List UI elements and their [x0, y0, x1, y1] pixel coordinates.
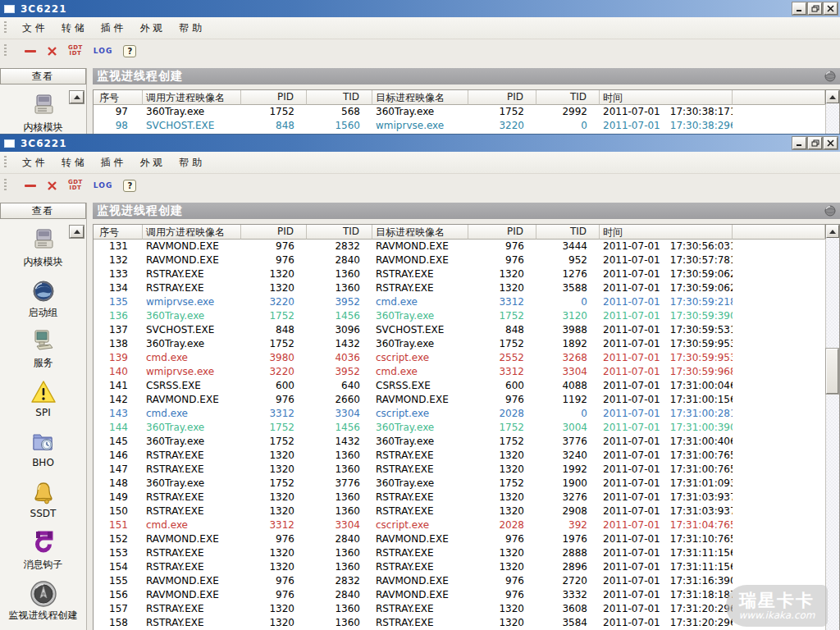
- table-row[interactable]: 154RSTRAY.EXE13201360RSTRAY.EXE132028962…: [94, 560, 825, 574]
- sidebar-item-warning[interactable]: SPI: [30, 378, 57, 429]
- vertical-scrollbar[interactable]: [825, 90, 839, 134]
- sidebar-item-folder[interactable]: BHO: [30, 428, 57, 479]
- scroll-up-button[interactable]: [826, 90, 839, 103]
- close-button[interactable]: [824, 2, 838, 15]
- column-header-target-tid[interactable]: TID: [536, 90, 600, 105]
- sidebar-item-bell[interactable]: SSDT: [30, 479, 57, 530]
- close-button[interactable]: [824, 137, 838, 149]
- delete-tool-button[interactable]: [47, 46, 57, 57]
- table-row[interactable]: 145360Tray.exe17521432360Tray.exe1752377…: [94, 435, 825, 449]
- sidebar-scroll-up-button[interactable]: [70, 91, 84, 103]
- column-header-seq[interactable]: 序号: [94, 225, 143, 240]
- column-header-target-image[interactable]: 目标进程映像名: [372, 225, 468, 240]
- table-row[interactable]: 156RAVMOND.EXE9762840RAVMOND.EXE97633322…: [94, 588, 825, 602]
- column-header-caller-pid[interactable]: PID: [241, 90, 307, 105]
- sidebar-item-globe[interactable]: 启动组: [29, 277, 58, 328]
- log-tool-button[interactable]: LOG: [94, 47, 112, 55]
- table-row[interactable]: 151cmd.exe33123304cscript.exe20283922011…: [94, 518, 825, 532]
- menu-item[interactable]: 文 件: [14, 19, 53, 38]
- table-row[interactable]: 140wmiprvse.exe32203952cmd.exe3312330420…: [94, 365, 825, 379]
- column-header-caller-image[interactable]: 调用方进程映像名: [143, 90, 241, 105]
- log-tool-button[interactable]: LOG: [94, 181, 112, 189]
- column-header-time[interactable]: 时间: [600, 90, 733, 105]
- vertical-scrollbar[interactable]: [825, 225, 839, 630]
- table-row[interactable]: 147RSTRAY.EXE13201360RSTRAY.EXE132019922…: [94, 463, 825, 477]
- globe-badge-icon[interactable]: [824, 71, 836, 82]
- globe-badge-icon[interactable]: [824, 205, 836, 217]
- column-header-caller-pid[interactable]: PID: [241, 225, 307, 240]
- sidebar-item-drive[interactable]: 内核模块: [24, 226, 63, 277]
- column-header-target-pid[interactable]: PID: [468, 225, 536, 240]
- sidebar-item-drive[interactable]: 内核模块: [24, 92, 63, 134]
- table-row[interactable]: 158RSTRAY.EXE13201360RSTRAY.EXE132035842…: [94, 616, 825, 630]
- table-row[interactable]: 138360Tray.exe17521432360Tray.exe1752189…: [94, 337, 825, 351]
- help-tool-button[interactable]: ?: [123, 180, 136, 192]
- remove-tool-button[interactable]: [25, 185, 36, 187]
- table-row[interactable]: 97360Tray.exe1752568360Tray.exe175229922…: [94, 105, 825, 119]
- table-row[interactable]: 148360Tray.exe17523776360Tray.exe1752190…: [94, 477, 825, 491]
- column-header-caller-tid[interactable]: TID: [307, 225, 372, 240]
- column-header-seq[interactable]: 序号: [94, 90, 143, 105]
- column-header-target-pid[interactable]: PID: [468, 90, 536, 105]
- grip-handle[interactable]: [4, 21, 7, 34]
- scrollbar-track[interactable]: [826, 238, 839, 630]
- table-row[interactable]: 131RAVMOND.EXE9762832RAVMOND.EXE97634442…: [94, 240, 825, 253]
- table-row[interactable]: 143cmd.exe33123304cscript.exe202802011-0…: [94, 407, 825, 421]
- table-row[interactable]: 149RSTRAY.EXE13201360RSTRAY.EXE132032762…: [94, 491, 825, 504]
- sidebar-item-compass[interactable]: 监视进线程创建: [9, 580, 78, 630]
- grip-handle[interactable]: [4, 44, 7, 57]
- gdt-idt-tool-button[interactable]: GDTIDT: [68, 45, 83, 57]
- window-front[interactable]: 3C6221 文 件转 储插 件外 观帮 助 GDTIDT LOG ? 查看 内…: [0, 134, 840, 630]
- grip-handle[interactable]: [4, 179, 7, 192]
- column-header-target-image[interactable]: 目标进程映像名: [372, 90, 468, 105]
- scroll-up-button[interactable]: [826, 225, 839, 238]
- view-button[interactable]: 查看: [0, 203, 86, 219]
- sidebar-item-computer[interactable]: 服务: [30, 327, 57, 378]
- scrollbar-track[interactable]: [826, 103, 839, 134]
- table-row[interactable]: 144360Tray.exe17521456360Tray.exe1752300…: [94, 421, 825, 435]
- title-bar[interactable]: 3C6221: [0, 0, 840, 17]
- minimize-button[interactable]: [792, 137, 806, 149]
- table-row[interactable]: 141CSRSS.EXE600640CSRSS.EXE60040882011-0…: [94, 379, 825, 393]
- grip-handle[interactable]: [4, 156, 7, 169]
- table-row[interactable]: 155RAVMOND.EXE9762832RAVMOND.EXE97627202…: [94, 574, 825, 588]
- column-header-target-tid[interactable]: TID: [536, 225, 600, 240]
- menu-item[interactable]: 帮 助: [171, 153, 210, 172]
- menu-item[interactable]: 插 件: [93, 19, 132, 38]
- menu-item[interactable]: 插 件: [93, 153, 132, 172]
- table-row[interactable]: 132RAVMOND.EXE9762840RAVMOND.EXE97695220…: [94, 253, 825, 267]
- scrollbar-thumb[interactable]: [826, 349, 838, 394]
- window-back[interactable]: 3C6221 文 件转 储插 件外 观帮 助 GDTIDT LOG ? 查看 内…: [0, 0, 840, 134]
- table-row[interactable]: 153RSTRAY.EXE13201360RSTRAY.EXE132028882…: [94, 546, 825, 560]
- restore-button[interactable]: [808, 2, 822, 15]
- menu-item[interactable]: 外 观: [131, 153, 171, 172]
- restore-button[interactable]: [808, 137, 822, 149]
- sidebar-scroll-up-button[interactable]: [70, 226, 84, 238]
- table-row[interactable]: 135wmiprvse.exe32203952cmd.exe331202011-…: [94, 295, 825, 309]
- table-row[interactable]: 134RSTRAY.EXE13201360RSTRAY.EXE132035882…: [94, 281, 825, 295]
- table-row[interactable]: 142RAVMOND.EXE9762660RAVMOND.EXE97611922…: [94, 393, 825, 407]
- gdt-idt-tool-button[interactable]: GDTIDT: [68, 180, 83, 191]
- table-row[interactable]: 150RSTRAY.EXE13201360RSTRAY.EXE132029082…: [94, 504, 825, 518]
- table-row[interactable]: 146RSTRAY.EXE13201360RSTRAY.EXE132032402…: [94, 449, 825, 463]
- remove-tool-button[interactable]: [25, 50, 36, 52]
- help-tool-button[interactable]: ?: [123, 45, 136, 57]
- column-header-caller-image[interactable]: 调用方进程映像名: [143, 225, 241, 240]
- menu-item[interactable]: 外 观: [131, 19, 171, 38]
- minimize-button[interactable]: [792, 2, 806, 15]
- table-row[interactable]: 133RSTRAY.EXE13201360RSTRAY.EXE132012762…: [94, 267, 825, 281]
- table-row[interactable]: 137SVCHOST.EXE8483096SVCHOST.EXE84839882…: [94, 323, 825, 337]
- table-row[interactable]: 152RAVMOND.EXE9762840RAVMOND.EXE97619762…: [94, 532, 825, 546]
- menu-item[interactable]: 转 储: [53, 153, 93, 172]
- sidebar-item-hook[interactable]: 消息钩子: [24, 529, 63, 580]
- table-row[interactable]: 136360Tray.exe17521456360Tray.exe1752312…: [94, 309, 825, 323]
- menu-item[interactable]: 帮 助: [171, 19, 210, 38]
- view-button[interactable]: 查看: [0, 68, 86, 84]
- column-header-caller-tid[interactable]: TID: [307, 90, 372, 105]
- table-row[interactable]: 139cmd.exe39804036cscript.exe25523268201…: [94, 351, 825, 365]
- menu-item[interactable]: 文 件: [14, 153, 53, 172]
- table-row[interactable]: 98SVCHOST.EXE8481560wmiprvse.exe32200201…: [94, 119, 825, 133]
- column-header-time[interactable]: 时间: [600, 225, 733, 240]
- delete-tool-button[interactable]: [47, 180, 57, 191]
- table-row[interactable]: 157RSTRAY.EXE13201360RSTRAY.EXE132036082…: [94, 602, 825, 616]
